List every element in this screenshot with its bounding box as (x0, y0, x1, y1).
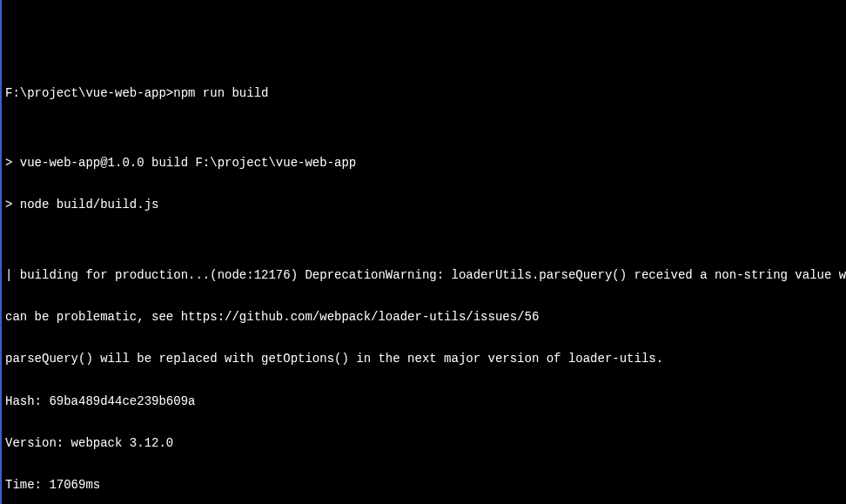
warning-line-1: | building for production...(node:12176)… (5, 268, 843, 282)
terminal[interactable]: F:\project\vue-web-app>npm run build > v… (5, 57, 843, 504)
prompt-line-1: F:\project\vue-web-app>npm run build (5, 86, 843, 100)
npm-output-1: > vue-web-app@1.0.0 build F:\project\vue… (5, 156, 843, 170)
warning-line-2: can be problematic, see https://github.c… (5, 310, 843, 324)
npm-output-2: > node build/build.js (5, 198, 843, 212)
warning-line-3: parseQuery() will be replaced with getOp… (5, 352, 843, 366)
hash-line: Hash: 69ba489d44ce239b609a (5, 394, 843, 408)
version-line: Version: webpack 3.12.0 (5, 436, 843, 450)
time-line: Time: 17069ms (5, 478, 843, 492)
